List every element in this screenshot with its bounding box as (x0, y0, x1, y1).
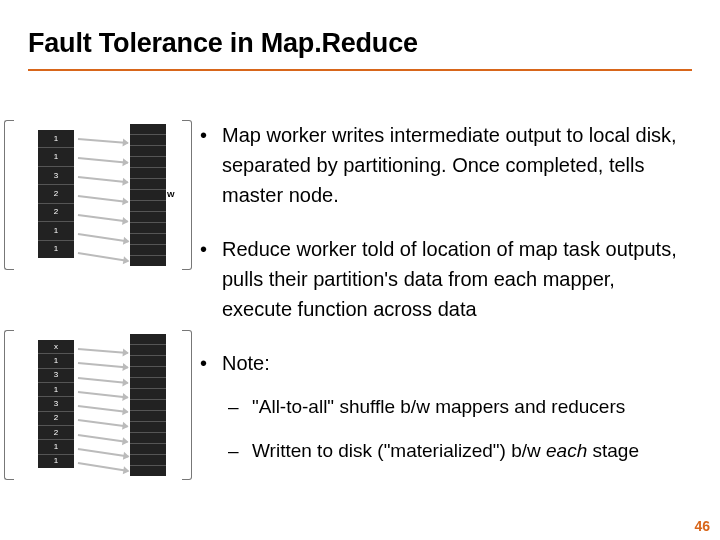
arrow (78, 252, 128, 261)
page-number: 46 (694, 518, 710, 534)
bullet-3: • Note: (200, 348, 690, 378)
cell: 1 (38, 148, 74, 166)
bracket-left (4, 120, 14, 270)
cell (130, 466, 166, 476)
cell (130, 389, 166, 400)
cell (130, 135, 166, 146)
subbullet-text-tail: stage (587, 440, 639, 461)
arrow (78, 462, 128, 471)
bullet-text: Reduce worker told of location of map ta… (222, 234, 690, 324)
cell (130, 400, 166, 411)
arrow (78, 434, 128, 442)
cell: 1 (38, 222, 74, 240)
cell (130, 124, 166, 135)
cell: 3 (38, 369, 74, 383)
cell: 1 (38, 354, 74, 368)
slide-title: Fault Tolerance in Map.Reduce (28, 28, 692, 59)
cell: 3 (38, 397, 74, 411)
bracket-left (4, 330, 14, 480)
cell (130, 422, 166, 433)
cell: 1 (38, 455, 74, 468)
slide: Fault Tolerance in Map.Reduce 1132211 W … (0, 0, 720, 540)
bullet-text: Note: (222, 348, 690, 378)
subbullet-text-main: Written to disk ("materialized") b/w (252, 440, 546, 461)
cell (130, 455, 166, 466)
arrow (78, 377, 128, 383)
cell (130, 234, 166, 245)
cell (130, 168, 166, 179)
cell: 2 (38, 204, 74, 222)
arrow (78, 405, 128, 412)
cell (130, 367, 166, 378)
column-output-top (130, 124, 166, 266)
cell: 3 (38, 167, 74, 185)
bullet-2: • Reduce worker told of location of map … (200, 234, 690, 324)
subbullet-marker: – (228, 436, 252, 466)
cell (130, 146, 166, 157)
cell (130, 411, 166, 422)
cell (130, 190, 166, 201)
bracket-right (182, 330, 192, 480)
cell: 1 (38, 130, 74, 148)
bullet-1: • Map worker writes intermediate output … (200, 120, 690, 210)
arrow (78, 214, 128, 222)
diagram: 1132211 W x13132211 (4, 120, 192, 520)
cell: 2 (38, 426, 74, 440)
arrow (78, 233, 128, 242)
cell: 2 (38, 412, 74, 426)
cell: 1 (38, 440, 74, 454)
body: • Map worker writes intermediate output … (200, 120, 690, 467)
bullet-text: Map worker writes intermediate output to… (222, 120, 690, 210)
column-input-top: 1132211 (38, 130, 74, 258)
cell (130, 212, 166, 223)
arrow (78, 419, 128, 427)
cell (130, 201, 166, 212)
cell (130, 223, 166, 234)
cell (130, 256, 166, 266)
subbullet-text: Written to disk ("materialized") b/w eac… (252, 436, 690, 466)
cell (130, 444, 166, 455)
cell (130, 356, 166, 367)
arrows-top (78, 130, 128, 260)
bullet-marker: • (200, 234, 222, 324)
bullet-marker: • (200, 120, 222, 210)
arrows-bottom (78, 340, 128, 470)
cell: 1 (38, 383, 74, 397)
arrow (78, 157, 128, 163)
title-rule (28, 69, 692, 71)
column-output-bottom (130, 334, 166, 476)
bullet-marker: • (200, 348, 222, 378)
cell (130, 157, 166, 168)
subbullet-1: – "All-to-all" shuffle b/w mappers and r… (228, 392, 690, 422)
subbullet-2: – Written to disk ("materialized") b/w e… (228, 436, 690, 466)
diagram-group-bottom: x13132211 (4, 330, 192, 480)
column-input-bottom: x13132211 (38, 340, 74, 468)
arrow (78, 391, 128, 398)
cell: 1 (38, 241, 74, 258)
cell (130, 433, 166, 444)
subbullet-marker: – (228, 392, 252, 422)
cell (130, 179, 166, 190)
cell (130, 378, 166, 389)
arrow (78, 138, 128, 143)
subbullet-text-em: each (546, 440, 587, 461)
arrow (78, 195, 128, 202)
arrow (78, 362, 128, 368)
cell (130, 245, 166, 256)
bracket-right (182, 120, 192, 270)
cell (130, 345, 166, 356)
worker-label: W (167, 190, 175, 199)
diagram-group-top: 1132211 W (4, 120, 192, 270)
arrow (78, 448, 128, 457)
arrow (78, 348, 128, 353)
arrow (78, 176, 128, 183)
subbullet-text: "All-to-all" shuffle b/w mappers and red… (252, 392, 690, 422)
cell: x (38, 340, 74, 354)
cell: 2 (38, 185, 74, 203)
cell (130, 334, 166, 345)
